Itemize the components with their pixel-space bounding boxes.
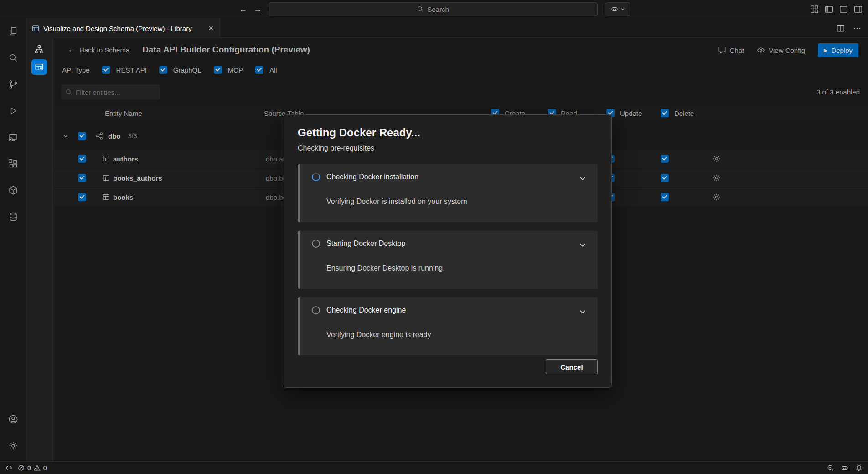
forward-arrow-icon: → bbox=[253, 5, 262, 14]
remote-explorer-icon[interactable] bbox=[2, 126, 24, 148]
step-docker-engine[interactable]: Checking Docker engine Verifying Docker … bbox=[298, 297, 598, 355]
explorer-icon[interactable] bbox=[2, 21, 24, 42]
step-description: Verifying Docker engine is ready bbox=[326, 331, 587, 339]
schema-view-button[interactable] bbox=[31, 42, 47, 57]
remote-indicator-icon[interactable] bbox=[5, 464, 12, 471]
spinner-icon bbox=[312, 173, 320, 181]
cancel-button[interactable]: Cancel bbox=[546, 359, 598, 374]
tab-close-button[interactable]: × bbox=[207, 24, 214, 32]
zoom-icon[interactable] bbox=[827, 464, 834, 472]
back-arrow-icon: ← bbox=[239, 5, 247, 14]
step-docker-desktop[interactable]: Starting Docker Desktop Ensuring Docker … bbox=[298, 231, 598, 289]
status-bar: 0 0 bbox=[0, 461, 868, 474]
step-description: Ensuring Docker Desktop is running bbox=[326, 264, 587, 272]
problems-indicator[interactable]: 0 0 bbox=[18, 464, 47, 472]
title-bar: ← → Search bbox=[0, 0, 868, 18]
pending-circle-icon bbox=[312, 306, 320, 314]
notifications-bell-icon[interactable] bbox=[855, 464, 863, 472]
more-actions-button[interactable]: ⋯ bbox=[853, 23, 862, 33]
copilot-menu-button[interactable] bbox=[605, 2, 630, 16]
error-icon bbox=[18, 464, 25, 471]
dialog-subtitle: Checking pre-requisites bbox=[298, 144, 598, 152]
copilot-icon bbox=[611, 5, 618, 13]
command-center-label: Search bbox=[427, 5, 449, 13]
toggle-secondary-sidebar-button[interactable] bbox=[853, 5, 863, 14]
vscode-window: ← → Search bbox=[0, 0, 868, 474]
toggle-primary-sidebar-button[interactable] bbox=[824, 5, 833, 14]
command-center-search[interactable]: Search bbox=[269, 2, 598, 16]
layout-controls bbox=[810, 0, 863, 18]
schema-designer-tab-icon bbox=[32, 25, 39, 32]
step-description: Verifying Docker is installed on your sy… bbox=[326, 198, 587, 206]
step-title: Checking Docker installation bbox=[326, 173, 418, 181]
copilot-status-icon[interactable] bbox=[841, 464, 848, 472]
container-cube-icon[interactable] bbox=[2, 179, 24, 201]
settings-gear-icon[interactable] bbox=[2, 435, 24, 457]
pending-circle-icon bbox=[312, 240, 320, 248]
nav-forward-button[interactable]: → bbox=[252, 4, 264, 15]
extensions-icon[interactable] bbox=[2, 153, 24, 175]
warning-count: 0 bbox=[43, 464, 47, 472]
config-view-button[interactable] bbox=[31, 59, 47, 75]
chevron-down-icon bbox=[620, 7, 625, 11]
docker-ready-dialog: Getting Docker Ready... Checking pre-req… bbox=[284, 114, 612, 388]
step-title: Checking Docker engine bbox=[326, 306, 406, 314]
error-count: 0 bbox=[27, 464, 31, 472]
run-debug-icon[interactable] bbox=[2, 100, 24, 122]
warning-icon bbox=[34, 464, 41, 471]
split-editor-button[interactable] bbox=[837, 24, 845, 32]
schema-designer-toolbar bbox=[26, 38, 53, 461]
dialog-title: Getting Docker Ready... bbox=[298, 126, 598, 139]
toggle-panel-button[interactable] bbox=[839, 5, 848, 14]
editor-tab-bar: Visualize and Design Schema (Preview) - … bbox=[26, 18, 868, 38]
step-docker-installation[interactable]: Checking Docker installation Verifying D… bbox=[298, 164, 598, 222]
customize-layout-button[interactable] bbox=[810, 5, 819, 14]
tab-title: Visualize and Design Schema (Preview) - … bbox=[43, 25, 192, 32]
chevron-down-icon[interactable] bbox=[579, 174, 587, 182]
search-view-icon[interactable] bbox=[2, 47, 24, 69]
search-icon bbox=[417, 6, 424, 12]
source-control-icon[interactable] bbox=[2, 73, 24, 95]
account-icon[interactable] bbox=[2, 408, 24, 430]
database-icon[interactable] bbox=[2, 206, 24, 228]
chevron-down-icon[interactable] bbox=[579, 241, 587, 249]
activity-bar bbox=[0, 18, 26, 461]
nav-back-button[interactable]: ← bbox=[237, 4, 249, 15]
step-title: Starting Docker Desktop bbox=[326, 240, 405, 248]
tab-bar-actions: ⋯ bbox=[837, 18, 862, 38]
tab-visualize-design-schema[interactable]: Visualize and Design Schema (Preview) - … bbox=[26, 18, 220, 38]
chevron-down-icon[interactable] bbox=[579, 307, 587, 316]
